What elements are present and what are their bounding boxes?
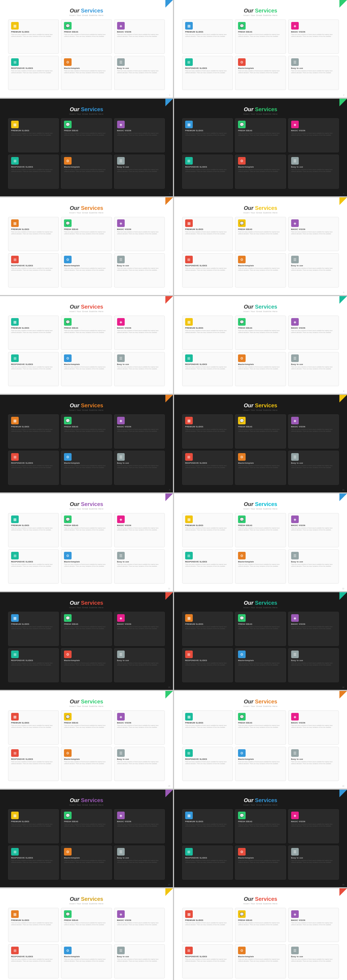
services-grid: ▦PREMIUM SLIDESThere are many variations… (182, 414, 339, 485)
service-card: ▦PREMIUM SLIDESThere are many variations… (8, 513, 59, 547)
service-icon: ⚙ (64, 58, 72, 66)
service-desc: There are many variations of lorem ipsum… (185, 922, 230, 926)
service-desc: There are many variations of lorem ipsum… (291, 366, 336, 370)
service-name: RESPONSIVE SLIDES (185, 659, 230, 661)
service-desc: There are many variations of lorem ipsum… (291, 330, 336, 334)
slide-header: Our ServicesInsert Your Great Subtitle H… (8, 698, 165, 707)
service-card: ▦PREMIUM SLIDESThere are many variations… (182, 19, 233, 54)
service-desc: There are many variations of lorem ipsum… (185, 563, 230, 567)
service-name: FRESH IDEAS (64, 327, 109, 329)
slide-number: 7 (169, 390, 170, 392)
title-our: Our (244, 501, 253, 507)
slide-row-4: Our ServicesInsert Your Great Subtitle H… (0, 395, 347, 492)
service-card: ☰Easy to useThere are many variations of… (114, 253, 165, 288)
service-card: ▦PREMIUM SLIDESThere are many variations… (182, 316, 233, 350)
service-card: 💬FRESH IDEASThere are many variations of… (235, 710, 286, 745)
service-icon: 💬 (64, 713, 72, 721)
slide-row-8: Our ServicesInsert Your Great Subtitle H… (0, 790, 347, 887)
service-card: ▦PREMIUM SLIDESThere are many variations… (8, 908, 59, 942)
service-name: PREMIUM SLIDES (11, 228, 56, 230)
service-icon: ▦ (185, 713, 193, 721)
service-icon: ⊞ (185, 58, 193, 66)
service-name: FRESH IDEAS (238, 228, 283, 230)
service-name: MAGIC VISON (291, 919, 336, 921)
corner-ribbon (339, 888, 347, 896)
title-services: Services (80, 896, 103, 902)
service-desc: There are many variations of lorem ipsum… (291, 761, 336, 765)
service-desc: There are many variations of lorem ipsum… (117, 662, 162, 666)
slide-number: 15 (168, 785, 170, 787)
service-name: Easy to use (291, 462, 336, 464)
service-name: FRESH IDEAS (64, 228, 109, 230)
services-grid: ▦PREMIUM SLIDESThere are many variations… (182, 908, 339, 978)
services-grid: ▦PREMIUM SLIDESThere are many variations… (182, 513, 339, 584)
service-name: Mastertemplate (64, 561, 109, 563)
service-icon: ⊞ (185, 749, 193, 757)
service-desc: There are many variations of lorem ipsum… (64, 563, 109, 567)
services-grid: ▦PREMIUM SLIDESThere are many variations… (8, 217, 165, 288)
service-card: ◈MAGIC VISONThere are many variations of… (114, 414, 165, 449)
service-icon: ⊞ (185, 453, 193, 461)
service-icon: ▦ (185, 220, 193, 227)
service-desc: There are many variations of lorem ipsum… (238, 527, 283, 531)
service-icon: ▦ (185, 910, 193, 918)
service-desc: There are many variations of lorem ipsum… (185, 465, 230, 469)
service-card: ⚙MastertemplateThere are many variations… (235, 845, 286, 880)
slide-subtitle: Insert Your Great Subtitle Here (182, 113, 339, 115)
slide-subtitle: Insert Your Great Subtitle Here (8, 705, 165, 707)
service-desc: There are many variations of lorem ipsum… (185, 169, 230, 172)
service-card: ☰Easy to useThere are many variations of… (288, 352, 339, 386)
service-card: ☰Easy to useThere are many variations of… (288, 253, 339, 288)
service-icon: ⊞ (11, 749, 19, 757)
service-desc: There are many variations of lorem ipsum… (11, 70, 56, 74)
service-icon: ▦ (11, 811, 19, 819)
slide-title: Our Services (182, 896, 339, 902)
service-card: ⊞RESPONSIVE SLIDESThere are many variati… (8, 549, 59, 584)
slide-header: Our ServicesInsert Your Great Subtitle H… (8, 402, 165, 411)
service-desc: There are many variations of lorem ipsum… (64, 231, 109, 235)
service-name: PREMIUM SLIDES (11, 623, 56, 625)
service-card: ⚙MastertemplateThere are many variations… (61, 549, 112, 584)
service-desc: There are many variations of lorem ipsum… (64, 761, 109, 765)
service-card: ⊞RESPONSIVE SLIDESThere are many variati… (8, 451, 59, 485)
service-name: Easy to use (291, 857, 336, 859)
service-name: PREMIUM SLIDES (185, 327, 230, 329)
service-card: 💬FRESH IDEASThere are many variations of… (235, 217, 286, 251)
corner-ribbon (166, 888, 173, 896)
service-name: MAGIC VISON (291, 623, 336, 625)
slide-header: Our ServicesInsert Your Great Subtitle H… (8, 106, 165, 115)
service-card: ◈MAGIC VISONThere are many variations of… (114, 710, 165, 745)
service-desc: There are many variations of lorem ipsum… (11, 267, 56, 271)
slide-subtitle: Insert Your Great Subtitle Here (182, 14, 339, 16)
service-desc: There are many variations of lorem ipsum… (238, 70, 283, 74)
service-icon: ⚙ (238, 355, 246, 362)
slide-subtitle: Insert Your Great Subtitle Here (8, 310, 165, 312)
service-name: RESPONSIVE SLIDES (11, 956, 56, 958)
service-icon: ▦ (11, 910, 19, 918)
service-icon: ⊞ (11, 947, 19, 954)
service-icon: ☰ (291, 58, 299, 66)
service-icon: 💬 (64, 121, 72, 128)
slide-title: Our Services (182, 402, 339, 409)
service-card: ▦PREMIUM SLIDESThere are many variations… (182, 414, 233, 449)
service-name: MAGIC VISON (291, 130, 336, 132)
service-card: ▦PREMIUM SLIDESThere are many variations… (8, 414, 59, 449)
slide-number: 9 (169, 489, 170, 491)
slide-12: Our ServicesInsert Your Great Subtitle H… (174, 493, 347, 591)
slide-row-7: Our ServicesInsert Your Great Subtitle H… (0, 691, 347, 789)
slide-header: Our ServicesInsert Your Great Subtitle H… (182, 205, 339, 214)
slide-subtitle: Insert Your Great Subtitle Here (8, 508, 165, 510)
corner-ribbon (339, 197, 347, 205)
slide-number: 6 (343, 291, 344, 293)
slide-11: Our ServicesInsert Your Great Subtitle H… (0, 493, 173, 591)
service-name: MAGIC VISON (117, 722, 162, 724)
service-name: Mastertemplate (238, 67, 283, 69)
service-name: FRESH IDEAS (238, 327, 283, 329)
service-name: MAGIC VISON (291, 31, 336, 33)
corner-ribbon (166, 691, 173, 698)
service-name: Easy to use (117, 462, 162, 464)
service-icon: 💬 (238, 515, 246, 523)
title-our: Our (244, 402, 253, 408)
service-card: ☰Easy to useThere are many variations of… (114, 549, 165, 584)
slide-subtitle: Insert Your Great Subtitle Here (8, 606, 165, 608)
